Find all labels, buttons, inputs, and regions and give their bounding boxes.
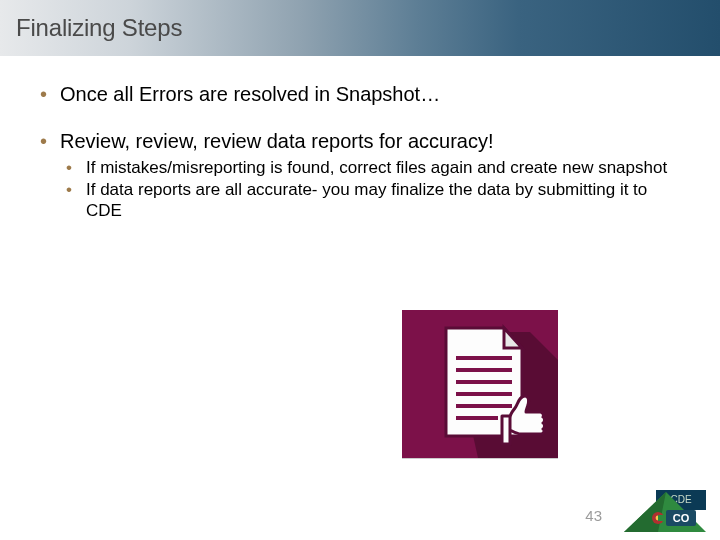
slide-footer: 43 CDE CO — [0, 494, 720, 540]
svg-rect-13 — [658, 515, 665, 521]
slide: Finalizing Steps Once all Errors are res… — [0, 0, 720, 540]
sub-bullet-text: If data reports are all accurate- you ma… — [86, 180, 647, 219]
logo-state-label: CO — [673, 512, 690, 524]
slide-content: Once all Errors are resolved in Snapshot… — [0, 56, 720, 221]
document-thumbs-up-icon — [402, 310, 558, 458]
bullet-list-level2: If mistakes/misreporting is found, corre… — [60, 158, 686, 221]
cde-colorado-logo-icon: CDE CO — [618, 488, 706, 534]
page-number: 43 — [585, 507, 602, 524]
bullet-text: Review, review, review data reports for … — [60, 130, 494, 152]
sub-bullet-text: If mistakes/misreporting is found, corre… — [86, 158, 667, 177]
title-bar: Finalizing Steps — [0, 0, 720, 56]
bullet-text: Once all Errors are resolved in Snapshot… — [60, 83, 440, 105]
slide-title: Finalizing Steps — [16, 14, 182, 42]
bullet-item: Review, review, review data reports for … — [34, 129, 686, 221]
bullet-list-level1: Once all Errors are resolved in Snapshot… — [34, 82, 686, 221]
sub-bullet-item: If data reports are all accurate- you ma… — [60, 180, 686, 221]
sub-bullet-item: If mistakes/misreporting is found, corre… — [60, 158, 686, 178]
bullet-item: Once all Errors are resolved in Snapshot… — [34, 82, 686, 107]
